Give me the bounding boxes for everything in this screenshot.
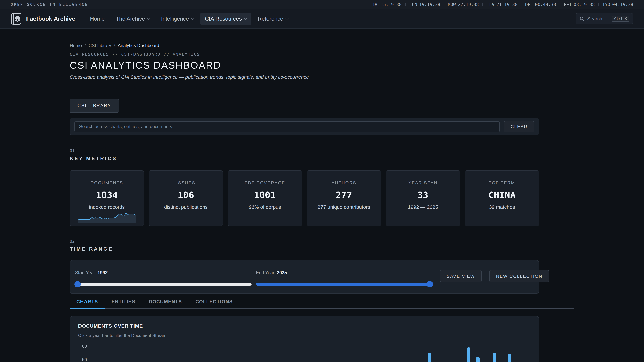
clock-city: LON xyxy=(410,2,417,7)
world-clock: TYO04:19:38 xyxy=(602,2,633,7)
section-index: 02 xyxy=(70,239,574,244)
tab-collections[interactable]: COLLECTIONS xyxy=(189,299,240,309)
metric-value: 33 xyxy=(386,190,460,200)
world-clock: DC15:19:38 xyxy=(373,2,402,7)
nav-item-label: Intelligence xyxy=(161,15,189,22)
clock-time: 19:19:38 xyxy=(419,2,440,7)
year-bar[interactable] xyxy=(476,357,480,362)
clock-divider xyxy=(560,3,560,6)
chevron-down-icon xyxy=(191,17,194,20)
tab-documents[interactable]: DOCUMENTS xyxy=(142,299,189,309)
clear-button[interactable]: CLEAR xyxy=(504,121,534,132)
metric-label: TOP TERM xyxy=(465,180,539,185)
metric-card-top-term: TOP TERM CHINA 39 matches xyxy=(465,170,539,226)
section-title: KEY METRICS xyxy=(70,156,574,161)
end-year-slider[interactable] xyxy=(256,281,432,287)
end-year-group: End Year: 2025 xyxy=(256,270,432,294)
metric-sub: indexed records xyxy=(70,204,144,210)
metric-cards-row: DOCUMENTS 1034 indexed records ISSUES 10… xyxy=(70,170,539,226)
nav-item-label: Home xyxy=(90,15,105,22)
slider-track[interactable] xyxy=(75,283,252,286)
nav-item-the-archive[interactable]: The Archive xyxy=(111,12,154,25)
nav-item-label: Reference xyxy=(258,15,283,22)
nav-menu: Home The Archive Intelligence CIA Resour… xyxy=(85,12,293,25)
metric-label: ISSUES xyxy=(149,180,222,185)
metric-value: 106 xyxy=(149,190,222,200)
nav-item-label: CIA Resources xyxy=(205,15,242,22)
world-clocks: DC15:19:38 LON19:19:38 MOW22:19:38 TLV21… xyxy=(373,2,633,7)
world-clock: MOW22:19:38 xyxy=(448,2,479,7)
metric-sub: distinct publications xyxy=(149,204,222,210)
nav-item-intelligence[interactable]: Intelligence xyxy=(156,12,198,25)
clock-city: TYO xyxy=(602,2,610,7)
page-eyebrow: CIA RESOURCES // CSI-DASHBOARD // ANALYT… xyxy=(70,52,574,57)
slider-thumb[interactable] xyxy=(74,281,81,287)
start-year-value: 1992 xyxy=(98,270,108,275)
metric-label: DOCUMENTS xyxy=(70,180,144,185)
metric-value: 1034 xyxy=(70,190,144,200)
y-axis-tick: 60 xyxy=(78,344,87,349)
nav-item-reference[interactable]: Reference xyxy=(253,12,293,25)
breadcrumb-current: Analytics Dashboard xyxy=(118,43,159,48)
section-time-range-header: 02 TIME RANGE xyxy=(70,239,574,256)
clock-city: MOW xyxy=(448,2,456,7)
metric-card-issues: ISSUES 106 distinct publications xyxy=(149,170,223,226)
dashboard-search-input[interactable] xyxy=(74,121,500,132)
year-bar[interactable] xyxy=(467,348,470,362)
clock-time: 00:49:38 xyxy=(535,2,556,7)
chevron-down-icon xyxy=(244,17,247,20)
global-search-box[interactable]: Ctrl K xyxy=(576,13,633,24)
new-collection-button[interactable]: NEW COLLECTION xyxy=(489,270,549,282)
search-icon xyxy=(580,16,584,21)
metric-label: YEAR SPAN xyxy=(386,180,460,185)
site-title[interactable]: Factbook Archive xyxy=(26,15,75,22)
keyboard-shortcut-badge: Ctrl K xyxy=(612,16,629,22)
content-tabs: CHARTS ENTITIES DOCUMENTS COLLECTIONS xyxy=(70,299,574,309)
slider-thumb[interactable] xyxy=(427,281,433,287)
clock-divider xyxy=(482,3,483,6)
time-range-actions: SAVE VIEW NEW COLLECTION xyxy=(440,270,549,294)
section-index: 01 xyxy=(70,148,574,153)
time-range-panel: Start Year: 1992 End Year: 2025 SAVE VIE… xyxy=(70,260,539,294)
page-title: CSI ANALYTICS DASHBOARD xyxy=(70,59,574,71)
tab-charts[interactable]: CHARTS xyxy=(70,299,105,309)
nav-item-home[interactable]: Home xyxy=(85,12,109,25)
world-clock: TLV21:19:38 xyxy=(486,2,518,7)
clock-time: 15:19:38 xyxy=(381,2,402,7)
start-year-slider[interactable] xyxy=(75,281,252,287)
clock-time: 03:19:38 xyxy=(574,2,595,7)
section-title: TIME RANGE xyxy=(70,246,574,252)
page-subtitle: Cross-issue analysis of CIA Studies in I… xyxy=(70,74,574,80)
breadcrumb-separator: / xyxy=(114,43,115,48)
clock-divider xyxy=(521,3,522,6)
topbar: OPEN SOURCE INTELLIGENCE DC15:19:38 LON1… xyxy=(0,0,644,9)
end-year-value: 2025 xyxy=(277,270,287,275)
section-divider xyxy=(70,256,574,256)
nav-item-cia-resources[interactable]: CIA Resources xyxy=(200,12,252,25)
slider-label-text: End Year: xyxy=(256,270,276,275)
year-bar[interactable] xyxy=(493,353,496,362)
global-search-input[interactable] xyxy=(587,16,609,21)
breadcrumb-csi-library[interactable]: CSI Library xyxy=(88,43,111,48)
clock-divider xyxy=(598,3,599,6)
metric-card-year-span: YEAR SPAN 33 1992 — 2025 xyxy=(386,170,460,226)
world-clock: DEL00:49:38 xyxy=(525,2,556,7)
metric-value: 277 xyxy=(307,190,381,200)
metric-card-documents: DOCUMENTS 1034 indexed records xyxy=(70,170,144,226)
metric-card-authors: AUTHORS 277 277 unique contributors xyxy=(307,170,381,226)
breadcrumb-home[interactable]: Home xyxy=(70,43,82,48)
save-view-button[interactable]: SAVE VIEW xyxy=(440,270,482,282)
book-globe-logo-icon[interactable] xyxy=(11,12,22,25)
year-bar[interactable] xyxy=(508,354,511,362)
tab-entities[interactable]: ENTITIES xyxy=(105,299,142,309)
metric-value: CHINA xyxy=(465,190,539,200)
nav-item-label: The Archive xyxy=(116,15,145,22)
year-bar[interactable] xyxy=(428,353,431,362)
section-key-metrics-header: 01 KEY METRICS xyxy=(70,148,574,166)
title-divider xyxy=(70,89,574,89)
breadcrumb-separator: / xyxy=(84,43,86,48)
metric-sub: 277 unique contributors xyxy=(307,204,381,210)
csi-library-button[interactable]: CSI LIBRARY xyxy=(70,98,119,113)
slider-track[interactable] xyxy=(256,283,432,286)
clock-divider xyxy=(405,3,406,6)
